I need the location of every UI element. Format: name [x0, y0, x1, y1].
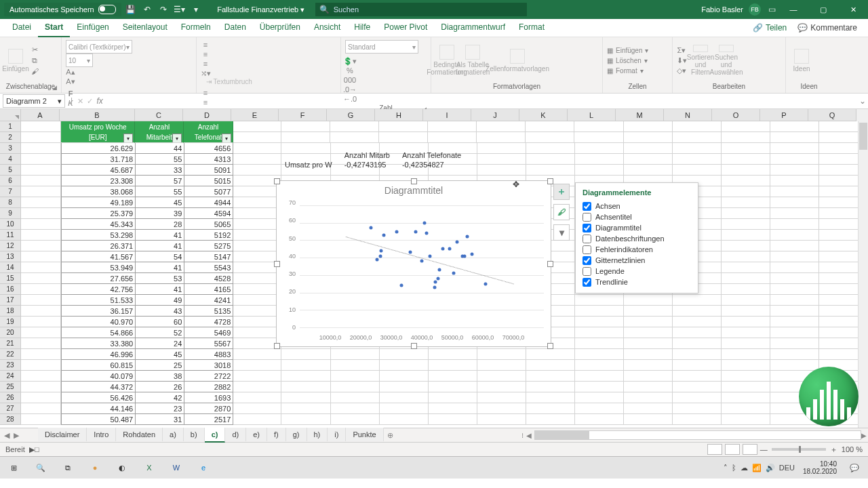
- cell[interactable]: [380, 371, 429, 382]
- cell[interactable]: [21, 349, 61, 360]
- cell[interactable]: 50.487: [61, 414, 136, 425]
- cell[interactable]: [233, 186, 281, 197]
- cell[interactable]: [722, 349, 770, 360]
- cell[interactable]: 33: [136, 165, 184, 176]
- cell[interactable]: [770, 349, 819, 360]
- chart-element-option[interactable]: Gitternetzlinien: [583, 255, 691, 266]
- cell[interactable]: 4944: [184, 197, 233, 208]
- edge-icon[interactable]: e: [190, 457, 217, 479]
- cell[interactable]: [770, 251, 819, 262]
- cell[interactable]: [331, 349, 380, 360]
- cell[interactable]: 5015: [184, 176, 233, 186]
- accounting-icon[interactable]: 💲▾: [345, 56, 355, 66]
- row-header[interactable]: 15: [0, 273, 21, 284]
- cell[interactable]: [770, 317, 819, 327]
- cell[interactable]: [722, 262, 770, 273]
- cell[interactable]: [21, 197, 61, 208]
- cell[interactable]: 5469: [184, 327, 233, 338]
- cell[interactable]: [233, 382, 281, 392]
- cut-icon[interactable]: ✂: [30, 45, 39, 54]
- zoom-out-button[interactable]: —: [760, 445, 768, 453]
- cell[interactable]: [477, 360, 526, 371]
- chart-element-option[interactable]: Fehlerindikatoren: [583, 244, 691, 255]
- clear-icon[interactable]: ◇▾: [677, 66, 686, 75]
- cell[interactable]: [574, 121, 623, 132]
- cell[interactable]: [673, 349, 722, 360]
- inc-decimal-icon[interactable]: .0→: [345, 85, 355, 94]
- cell[interactable]: [575, 360, 624, 371]
- grow-font-icon[interactable]: A▴: [66, 67, 75, 77]
- cell[interactable]: [429, 382, 477, 392]
- row-header[interactable]: 22: [0, 349, 21, 360]
- checkbox[interactable]: [583, 256, 591, 265]
- column-header[interactable]: K: [519, 109, 568, 121]
- tab-datei[interactable]: Datei: [5, 18, 38, 36]
- cell[interactable]: 44.146: [61, 403, 136, 414]
- cell[interactable]: [526, 132, 574, 143]
- cell[interactable]: [21, 371, 61, 382]
- autosave-toggle[interactable]: Automatisches Speichern: [4, 3, 121, 16]
- cell[interactable]: 60: [136, 317, 184, 327]
- sheet-tab[interactable]: Rohdaten: [116, 428, 163, 441]
- cell[interactable]: [526, 360, 575, 371]
- tab-power pivot[interactable]: Power Pivot: [377, 18, 434, 36]
- page-break-view-button[interactable]: [743, 444, 757, 455]
- cell[interactable]: [526, 154, 575, 165]
- cell[interactable]: 44: [136, 143, 184, 154]
- cell[interactable]: 54: [136, 251, 184, 262]
- cell[interactable]: 25.379: [61, 208, 136, 219]
- close-button[interactable]: ✕: [838, 0, 868, 19]
- cell[interactable]: [477, 154, 526, 165]
- delete-cells-button[interactable]: ▦ Löschen ▾: [607, 56, 648, 65]
- cell[interactable]: [624, 306, 673, 317]
- row-header[interactable]: 26: [0, 392, 21, 403]
- cell[interactable]: [477, 349, 526, 360]
- checkbox[interactable]: [583, 245, 591, 254]
- search-taskbar-icon[interactable]: 🔍: [27, 457, 54, 479]
- column-header[interactable]: Q: [808, 109, 856, 121]
- cell[interactable]: [624, 360, 673, 371]
- percent-icon[interactable]: %: [345, 66, 355, 75]
- embedded-chart[interactable]: Diagrammtitel 706050403020100 10000,0200…: [276, 180, 551, 347]
- cell[interactable]: [21, 392, 61, 403]
- cell[interactable]: [624, 382, 673, 392]
- row-header[interactable]: 4: [0, 154, 21, 165]
- filter-dropdown-icon[interactable]: ▾: [172, 134, 182, 143]
- cell[interactable]: [770, 197, 819, 208]
- cell[interactable]: [379, 132, 428, 143]
- cell[interactable]: 4883: [184, 349, 233, 360]
- cell[interactable]: [722, 284, 770, 295]
- column-header[interactable]: O: [712, 109, 760, 121]
- cell[interactable]: [477, 132, 526, 143]
- sheet-nav-prev-icon[interactable]: ◀: [4, 431, 9, 440]
- cell[interactable]: [330, 121, 379, 132]
- cell[interactable]: [331, 414, 380, 425]
- cell[interactable]: [281, 403, 330, 414]
- cell[interactable]: 5147: [184, 251, 233, 262]
- row-header[interactable]: 11: [0, 230, 21, 241]
- wrap-text-button[interactable]: ⇥ Textumbruch: [206, 78, 252, 85]
- onedrive-icon[interactable]: ☁: [741, 464, 748, 472]
- cell[interactable]: [281, 121, 330, 132]
- font-name-combo[interactable]: Calibri (Textkörper)▾: [66, 40, 132, 54]
- cell[interactable]: [233, 317, 281, 327]
- cell[interactable]: [233, 392, 281, 403]
- orientation-icon[interactable]: ⤭▾: [201, 68, 210, 78]
- tab-seitenlayout[interactable]: Seitenlayout: [116, 18, 174, 36]
- cell[interactable]: [673, 338, 722, 349]
- column-header[interactable]: N: [664, 109, 712, 121]
- cell[interactable]: [770, 262, 819, 273]
- cell[interactable]: [624, 403, 673, 414]
- cell[interactable]: [770, 154, 819, 165]
- column-header[interactable]: P: [760, 109, 808, 121]
- cell[interactable]: 5135: [184, 306, 233, 317]
- cell[interactable]: [770, 143, 819, 154]
- chrome-icon[interactable]: ●: [81, 457, 108, 479]
- cell[interactable]: [722, 186, 770, 197]
- cell[interactable]: [477, 371, 526, 382]
- tab-diagrammentwurf[interactable]: Diagrammentwurf: [434, 18, 512, 36]
- cell[interactable]: [624, 121, 673, 132]
- cell[interactable]: [233, 360, 281, 371]
- cell[interactable]: [575, 306, 624, 317]
- cell[interactable]: [673, 382, 722, 392]
